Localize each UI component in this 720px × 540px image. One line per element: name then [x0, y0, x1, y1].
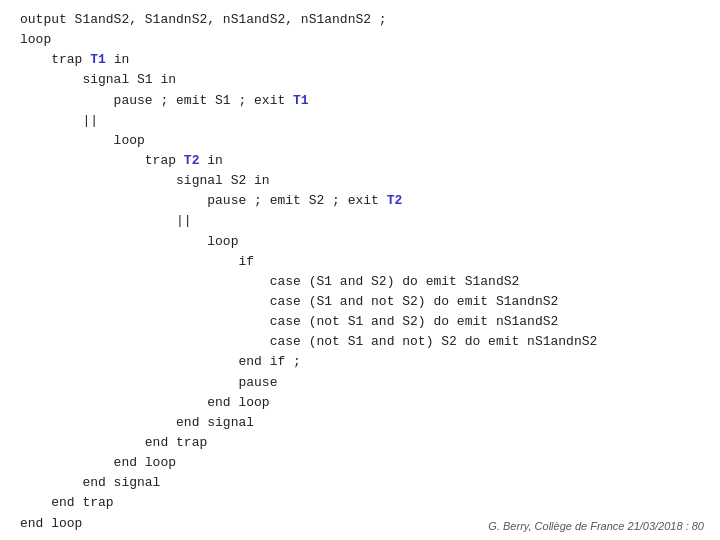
code-line: case (not S1 and not) S2 do emit nS1andn…: [20, 332, 700, 352]
code-line: case (S1 and S2) do emit S1andS2: [20, 272, 700, 292]
code-line: end signal: [20, 413, 700, 433]
code-line: ||: [20, 211, 700, 231]
code-line: pause ; emit S2 ; exit T2: [20, 191, 700, 211]
code-line: signal S1 in: [20, 70, 700, 90]
code-line: loop: [20, 30, 700, 50]
code-line: trap T2 in: [20, 151, 700, 171]
code-line: case (S1 and not S2) do emit S1andnS2: [20, 292, 700, 312]
code-line: end trap: [20, 433, 700, 453]
code-line: loop: [20, 232, 700, 252]
code-line: trap T1 in: [20, 50, 700, 70]
code-line: end loop: [20, 453, 700, 473]
code-line: end if ;: [20, 352, 700, 372]
code-line: end trap: [20, 493, 700, 513]
code-line: case (not S1 and S2) do emit nS1andS2: [20, 312, 700, 332]
code-line: end loop: [20, 393, 700, 413]
code-line: signal S2 in: [20, 171, 700, 191]
code-line: pause: [20, 373, 700, 393]
code-line: if: [20, 252, 700, 272]
code-line: ||: [20, 111, 700, 131]
code-line: end signal: [20, 473, 700, 493]
code-line: loop: [20, 131, 700, 151]
code-block: output S1andS2, S1andnS2, nS1andS2, nS1a…: [0, 0, 720, 540]
code-line: pause ; emit S1 ; exit T1: [20, 91, 700, 111]
footer-text: G. Berry, Collège de France 21/03/2018 :…: [488, 520, 704, 532]
code-line: output S1andS2, S1andnS2, nS1andS2, nS1a…: [20, 10, 700, 30]
